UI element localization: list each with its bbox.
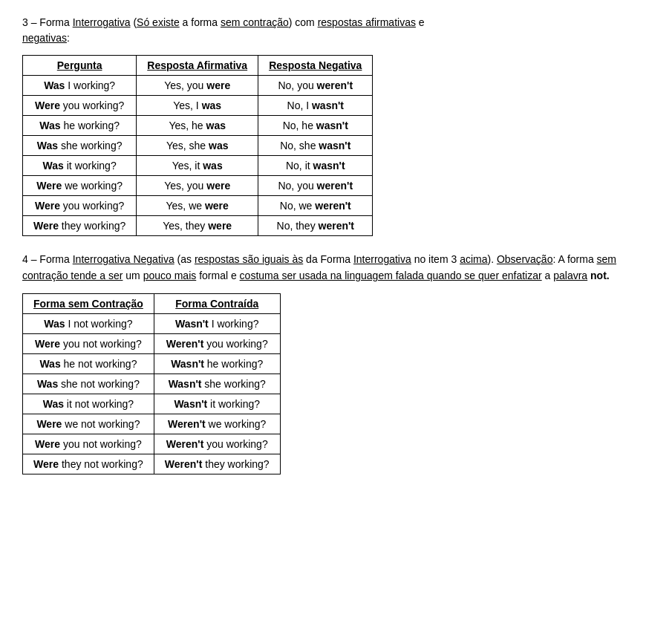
header-pergunta: Pergunta [23,56,137,76]
section-4-title: 4 – Forma Interrogativa Negativa (as res… [22,251,650,284]
table-row: Were we not working? Weren't we working? [23,414,281,434]
cell-afirmativa: Yes, you were [137,76,258,96]
cell-negativa: No, he wasn't [258,116,373,136]
table-row: Was it working? Yes, it was No, it wasn'… [23,156,373,176]
cell-afirmativa: Yes, you were [137,176,258,196]
cell-pergunta: Was she working? [23,136,137,156]
underline-palavra: palavra [553,270,587,281]
table-row: Were you working? Yes, we were No, we we… [23,196,373,216]
cell-pergunta: Was he working? [23,116,137,136]
underline-observacao: Observação [497,253,552,265]
cell-negativa: No, she wasn't [258,136,373,156]
underline-costuma-ser: costuma ser usada na linguagem falada qu… [240,270,542,281]
table-section-4: Forma sem Contração Forma Contraída Was … [22,293,281,474]
header-sem-contracao: Forma sem Contração [23,293,154,313]
cell-negativa: No, you weren't [258,76,373,96]
cell-sem-contracao: Was it not working? [23,394,154,414]
cell-pergunta: Were they working? [23,216,137,236]
underline-so-existe: Só existe [137,16,180,28]
cell-afirmativa: Yes, she was [137,136,258,156]
table-row: Were you not working? Weren't you workin… [23,434,281,454]
header-resposta-afirmativa: Resposta Afirmativa [137,56,258,76]
cell-negativa: No, they weren't [258,216,373,236]
section-3: 3 – Forma Interrogativa (Só existe a for… [22,15,650,236]
cell-afirmativa: Yes, it was [137,156,258,176]
cell-sem-contracao: Was he not working? [23,353,154,374]
cell-afirmativa: Yes, they were [137,216,258,236]
cell-sem-contracao: Were you not working? [23,333,154,353]
underline-sem-contracao: sem contração [221,16,289,28]
underline-interrogativa2: Interrogativa [353,253,411,265]
cell-contraida: Weren't we working? [154,414,280,434]
header-forma-contraida: Forma Contraída [154,293,280,313]
cell-negativa: No, it wasn't [258,156,373,176]
cell-negativa: No, I wasn't [258,96,373,116]
table-row: Were they working? Yes, they were No, th… [23,216,373,236]
cell-pergunta: Was it working? [23,156,137,176]
underline-acima: acima [460,253,487,265]
underline-pouco-mais: pouco mais [143,270,197,281]
table-row: Were you working? Yes, I was No, I wasn'… [23,96,373,116]
cell-sem-contracao: Was she not working? [23,374,154,394]
cell-afirmativa: Yes, I was [137,96,258,116]
table-row: Was it not working? Wasn't it working? [23,394,281,414]
cell-pergunta: Were you working? [23,196,137,216]
section-4: 4 – Forma Interrogativa Negativa (as res… [22,251,650,474]
table-row: Was I working? Yes, you were No, you wer… [23,76,373,96]
cell-contraida: Weren't you working? [154,434,280,454]
table-row: Were you not working? Weren't you workin… [23,333,281,353]
cell-contraida: Wasn't I working? [154,313,280,333]
table-row: Was I not working? Wasn't I working? [23,313,281,333]
header-resposta-negativa: Resposta Negativa [258,56,373,76]
cell-afirmativa: Yes, he was [137,116,258,136]
table-row: Was he not working? Wasn't he working? [23,353,281,374]
cell-contraida: Weren't they working? [154,454,280,474]
cell-sem-contracao: Were they not working? [23,454,154,474]
underline-respostas-sao-iguais: respostas são iguais às [195,253,303,265]
underline-interrogativa: Interrogativa [73,16,131,28]
cell-pergunta: Were you working? [23,96,137,116]
underline-interrogativa-negativa: Interrogativa Negativa [73,253,174,265]
table-row: Was she working? Yes, she was No, she wa… [23,136,373,156]
bold-not: not. [590,270,610,281]
cell-sem-contracao: Were we not working? [23,414,154,434]
cell-contraida: Wasn't it working? [154,394,280,414]
cell-negativa: No, you weren't [258,176,373,196]
table-row: Was he working? Yes, he was No, he wasn'… [23,116,373,136]
cell-pergunta: Was I working? [23,76,137,96]
cell-negativa: No, we weren't [258,196,373,216]
cell-pergunta: Were we working? [23,176,137,196]
underline-negativas: negativas [22,32,67,44]
cell-contraida: Weren't you working? [154,333,280,353]
cell-sem-contracao: Were you not working? [23,434,154,454]
table-section-3: Pergunta Resposta Afirmativa Resposta Ne… [22,55,373,236]
table-row: Were we working? Yes, you were No, you w… [23,176,373,196]
table-row: Were they not working? Weren't they work… [23,454,281,474]
cell-contraida: Wasn't he working? [154,353,280,374]
cell-afirmativa: Yes, we were [137,196,258,216]
cell-contraida: Wasn't she working? [154,374,280,394]
table-row: Was she not working? Wasn't she working? [23,374,281,394]
section-3-title: 3 – Forma Interrogativa (Só existe a for… [22,15,650,46]
underline-respostas-afirmativas: respostas afirmativas [318,16,416,28]
cell-sem-contracao: Was I not working? [23,313,154,333]
